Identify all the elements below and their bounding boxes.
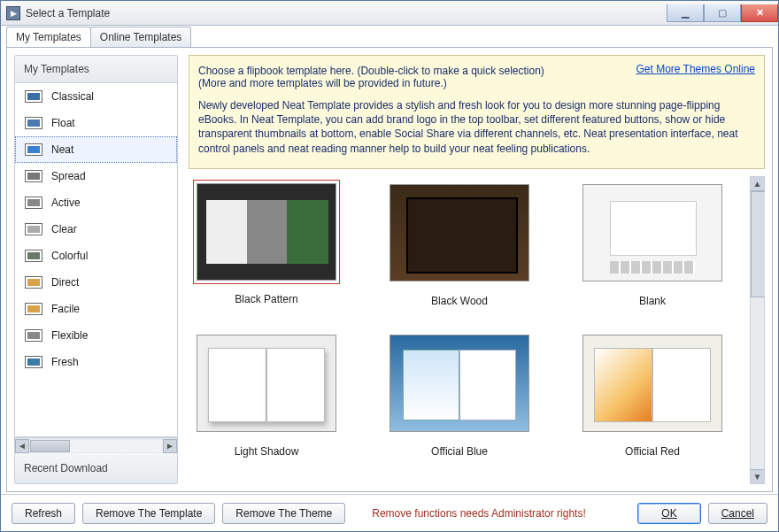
main-panel: Get More Themes Online Choose a flipbook… [189, 55, 765, 484]
info-box: Get More Themes Online Choose a flipbook… [189, 55, 765, 169]
template-icon [25, 356, 42, 368]
sidebar-item-flexible[interactable]: Flexible [15, 322, 177, 349]
template-icon [25, 303, 42, 315]
template-thumbnail [582, 184, 722, 281]
ok-button[interactable]: OK [637, 503, 700, 524]
template-card-blank[interactable]: Blank [578, 180, 727, 307]
template-card-black-pattern[interactable]: Black Pattern [192, 180, 341, 307]
sidebar-item-float[interactable]: Float [15, 110, 177, 136]
app-icon [6, 6, 20, 20]
template-label: Black Wood [431, 295, 488, 307]
scroll-left-icon[interactable]: ◄ [15, 439, 29, 453]
maximize-button[interactable]: ▢ [704, 4, 741, 22]
remove-template-button[interactable]: Remove The Template [82, 503, 215, 524]
sidebar-item-active[interactable]: Active [15, 189, 177, 216]
template-icon [25, 197, 42, 209]
template-label: Light Shadow [235, 445, 299, 458]
gallery-vscroll[interactable]: ▲ ▼ [750, 176, 765, 484]
sidebar-item-direct[interactable]: Direct [15, 269, 177, 296]
tab-my-templates[interactable]: My Templates [6, 27, 91, 47]
sidebar-item-label: Colorful [51, 250, 88, 262]
get-more-themes-link[interactable]: Get More Themes Online [636, 63, 755, 75]
body-area: My Templates ClassicalFloatNeatSpreadAct… [6, 47, 773, 492]
sidebar-item-label: Direct [51, 276, 79, 289]
ok-label: OK [661, 507, 676, 520]
sidebar-hscroll[interactable]: ◄ ► [15, 437, 177, 453]
template-card-black-wood[interactable]: Black Wood [385, 180, 534, 307]
template-thumbnail [390, 335, 529, 432]
template-icon [25, 143, 42, 156]
sidebar-item-clear[interactable]: Clear [15, 216, 177, 243]
window-buttons: ▁ ▢ ✕ [667, 4, 778, 22]
footer: Refresh Remove The Template Remove The T… [1, 494, 778, 531]
sidebar-item-neat[interactable]: Neat [15, 136, 177, 163]
sidebar-list[interactable]: ClassicalFloatNeatSpreadActiveClearColor… [15, 83, 177, 437]
template-card-official-blue[interactable]: Official Blue [385, 330, 534, 458]
sidebar-item-label: Float [51, 117, 75, 129]
sidebar-item-classical[interactable]: Classical [15, 83, 177, 110]
template-label: Black Pattern [235, 293, 297, 305]
window: Select a Template ▁ ▢ ✕ My Templates Onl… [0, 0, 779, 532]
template-icon [25, 223, 42, 235]
sidebar-item-label: Spread [51, 170, 86, 182]
template-icon [25, 90, 42, 103]
vscroll-thumb[interactable] [751, 191, 765, 297]
template-card-official-red[interactable]: Official Red [578, 330, 727, 458]
minimize-button[interactable]: ▁ [667, 4, 704, 22]
close-button[interactable]: ✕ [741, 4, 778, 22]
titlebar[interactable]: Select a Template ▁ ▢ ✕ [1, 1, 778, 26]
template-gallery: Black PatternBlack WoodBlankLight Shadow… [189, 176, 746, 484]
template-card-light-shadow[interactable]: Light Shadow [192, 330, 341, 458]
window-title: Select a Template [26, 7, 110, 19]
scroll-thumb[interactable] [30, 440, 70, 452]
scroll-up-icon[interactable]: ▲ [751, 177, 764, 191]
gallery-wrap: Black PatternBlack WoodBlankLight Shadow… [189, 176, 765, 484]
template-thumbnail [390, 184, 529, 281]
sidebar-item-label: Facile [51, 303, 80, 315]
sidebar-item-facile[interactable]: Facile [15, 296, 177, 322]
sidebar-item-fresh[interactable]: Fresh [15, 349, 177, 375]
sidebar-header: My Templates [15, 56, 177, 83]
scroll-down-icon[interactable]: ▼ [751, 469, 764, 483]
template-thumbnail [197, 335, 336, 432]
sidebar-item-colorful[interactable]: Colorful [15, 243, 177, 269]
refresh-button[interactable]: Refresh [12, 503, 75, 524]
tabbar: My Templates Online Templates [1, 26, 778, 47]
sidebar-item-label: Classical [51, 90, 94, 103]
template-label: Official Blue [431, 445, 488, 458]
template-label: Official Red [625, 445, 680, 458]
cancel-button[interactable]: Cancel [708, 503, 767, 524]
scroll-track[interactable] [30, 440, 162, 452]
sidebar-item-label: Active [51, 197, 81, 209]
sidebar-item-label: Clear [51, 223, 77, 235]
info-line2: (More and more templates will be provide… [198, 77, 755, 89]
sidebar-item-label: Flexible [51, 329, 88, 342]
template-icon [25, 276, 42, 289]
template-thumbnail [582, 335, 722, 432]
template-icon [25, 329, 42, 342]
cancel-label: Cancel [721, 507, 754, 520]
vscroll-track[interactable] [751, 191, 764, 469]
sidebar-item-spread[interactable]: Spread [15, 163, 177, 189]
admin-warning: Remove functions needs Administrator rig… [372, 507, 585, 520]
template-icon [25, 170, 42, 182]
sidebar: My Templates ClassicalFloatNeatSpreadAct… [14, 55, 178, 484]
template-icon [25, 117, 42, 129]
template-icon [25, 250, 42, 262]
sidebar-item-label: Fresh [51, 356, 79, 368]
scroll-right-icon[interactable]: ► [163, 439, 177, 453]
template-label: Blank [639, 295, 666, 307]
sidebar-footer[interactable]: Recent Download [15, 453, 177, 483]
info-paragraph: Newly developed Neat Template provides a… [198, 98, 755, 156]
sidebar-item-label: Neat [51, 143, 73, 156]
tab-online-templates[interactable]: Online Templates [90, 27, 192, 47]
remove-theme-button[interactable]: Remove The Theme [222, 503, 345, 524]
template-thumbnail [197, 183, 336, 281]
